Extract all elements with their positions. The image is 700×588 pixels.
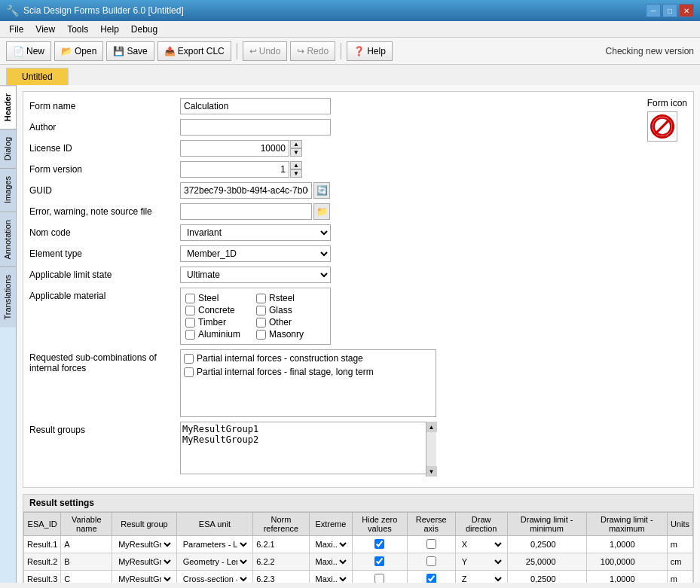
license-id-input[interactable] (180, 140, 289, 157)
row3-esa-unit-select[interactable]: Parameters - Lengt... Geometry - Length … (180, 572, 249, 583)
export-icon: 📤 (164, 46, 176, 56)
row2-esa-unit-select[interactable]: Parameters - Lengt... Geometry - Length … (180, 555, 249, 568)
rsteel-checkbox[interactable] (256, 294, 266, 303)
row2-limit-max-input[interactable] (590, 557, 635, 566)
form-version-spinner-container: ▲ ▼ (180, 161, 302, 178)
row1-result-group-select[interactable]: MyResultGroup1 MyResultGroup2 (115, 538, 173, 551)
license-id-up[interactable]: ▲ (290, 140, 302, 148)
row1-extreme-select[interactable]: Maxi... (313, 538, 350, 551)
open-button[interactable]: 📂 Open (54, 41, 103, 61)
form-icon-box[interactable] (647, 111, 677, 142)
row1-limit-max-input[interactable] (590, 540, 635, 549)
form-name-input[interactable] (180, 98, 331, 114)
error-warning-browse-button[interactable]: 📁 (313, 203, 330, 220)
row3-reverse-axis-checkbox[interactable] (426, 574, 436, 583)
row2-esa-unit: Parameters - Lengt... Geometry - Length … (176, 553, 252, 571)
aluminium-checkbox[interactable] (185, 330, 195, 340)
row1-esa-unit-select[interactable]: Parameters - Lengt... Geometry - Length … (180, 538, 249, 551)
row2-norm-reference: 6.2.2 (253, 553, 309, 571)
menu-debug[interactable]: Debug (125, 23, 164, 36)
result-groups-listbox[interactable]: MyResultGroup1 MyResultGroup2 (180, 422, 436, 474)
result-settings-header-row: ESA_ID Variable name Result group ESA un… (24, 513, 693, 536)
row3-limit-min-input[interactable] (511, 574, 556, 583)
timber-checkbox[interactable] (185, 318, 195, 328)
material-rsteel: Rsteel (256, 293, 326, 303)
author-input[interactable] (180, 119, 331, 136)
menu-tools[interactable]: Tools (61, 23, 94, 36)
masonry-checkbox[interactable] (256, 330, 266, 340)
form-version-input[interactable] (180, 161, 289, 178)
row1-extreme: Maxi... (309, 536, 353, 553)
license-id-down[interactable]: ▼ (290, 148, 302, 157)
table-row: Result.2 B MyResultGroup1 MyResultGroup2 (24, 553, 693, 571)
side-tab-images[interactable]: Images (0, 168, 16, 211)
row3-hide-zero-checkbox[interactable] (374, 574, 384, 583)
result-settings-thead: ESA_ID Variable name Result group ESA un… (24, 513, 693, 536)
row2-reverse-axis-checkbox[interactable] (426, 556, 436, 566)
material-aluminium: Aluminium (185, 329, 255, 340)
row2-result-group-select[interactable]: MyResultGroup1 MyResultGroup2 (115, 555, 173, 568)
guid-container: 🔄 (180, 182, 330, 199)
help-button[interactable]: ❓ Help (347, 41, 393, 61)
row1-limit-min-input[interactable] (511, 540, 556, 549)
menu-file[interactable]: File (3, 23, 29, 36)
tab-untitled[interactable]: Untitled (6, 68, 69, 85)
row3-draw-direction-select[interactable]: XYZ (459, 572, 504, 583)
guid-refresh-button[interactable]: 🔄 (313, 182, 330, 199)
concrete-label: Concrete (198, 305, 235, 315)
element-type-select[interactable]: Member_1D Member_2D Point support (180, 245, 331, 262)
content-area: Form name Author License ID (17, 85, 700, 583)
row3-limit-max-input[interactable] (590, 574, 635, 583)
error-warning-input[interactable] (180, 203, 312, 220)
row1-hide-zero-checkbox[interactable] (374, 539, 384, 549)
glass-checkbox[interactable] (256, 306, 266, 315)
save-button[interactable]: 💾 Save (106, 41, 154, 61)
row3-result-group-select[interactable]: MyResultGroup1 MyResultGroup2 (115, 572, 173, 583)
applicable-material-container: Steel Rsteel Concrete Glass Timber (180, 288, 331, 345)
form-version-down[interactable]: ▼ (290, 169, 302, 178)
menu-view[interactable]: View (29, 23, 61, 36)
save-icon: 💾 (113, 46, 124, 56)
toolbar-status: Checking new version (606, 46, 694, 56)
form-version-row: Form version ▲ ▼ (29, 161, 632, 178)
new-button[interactable]: 📄 New (6, 41, 51, 61)
minimize-button[interactable]: ─ (646, 4, 661, 17)
license-id-spinner-container: ▲ ▼ (180, 140, 302, 157)
result-groups-scroll-down[interactable]: ▼ (426, 466, 437, 477)
menu-help[interactable]: Help (94, 23, 125, 36)
side-tab-translations[interactable]: Translations (0, 267, 16, 328)
svg-point-0 (653, 118, 671, 136)
redo-button[interactable]: ↪ Redo (290, 41, 335, 61)
form-version-up[interactable]: ▲ (290, 161, 302, 169)
row3-units: m (667, 571, 692, 583)
result-groups-scroll-up[interactable]: ▲ (426, 422, 437, 432)
row3-extreme-select[interactable]: Maxi... (313, 572, 350, 583)
row1-reverse-axis-checkbox[interactable] (426, 539, 436, 549)
close-button[interactable]: ✕ (679, 4, 694, 17)
row2-draw-direction-select[interactable]: XYZ (459, 555, 504, 568)
row2-hide-zero-checkbox[interactable] (374, 556, 384, 566)
title-bar-controls: ─ □ ✕ (646, 4, 694, 17)
side-tab-annotation[interactable]: Annotation (0, 212, 16, 267)
concrete-checkbox[interactable] (185, 306, 195, 315)
guid-input[interactable] (180, 182, 312, 199)
sub-comb-2-checkbox[interactable] (184, 367, 194, 377)
row2-extreme-select[interactable]: Maxi... (313, 555, 350, 568)
undo-button[interactable]: ↩ Undo (243, 41, 288, 61)
side-tab-header[interactable]: Header (0, 85, 16, 129)
maximize-button[interactable]: □ (662, 4, 677, 17)
row2-limit-min-input[interactable] (511, 557, 556, 566)
export-clc-button[interactable]: 📤 Export CLC (157, 41, 231, 61)
toolbar: 📄 New 📂 Open 💾 Save 📤 Export CLC ↩ Undo … (0, 38, 700, 65)
svg-line-1 (656, 120, 668, 133)
form-version-spinner: ▲ ▼ (290, 161, 302, 178)
side-tab-dialog[interactable]: Dialog (0, 129, 16, 168)
steel-checkbox[interactable] (185, 294, 195, 303)
row1-draw-direction-select[interactable]: XYZ (459, 538, 504, 551)
sub-comb-1-checkbox[interactable] (184, 354, 194, 364)
aluminium-label: Aluminium (198, 329, 240, 340)
no-icon (650, 114, 674, 139)
other-checkbox[interactable] (256, 318, 266, 328)
applicable-limit-state-select[interactable]: Ultimate Serviceability (180, 267, 331, 283)
nom-code-select[interactable]: Invariant EN NEN DIN (180, 224, 331, 241)
